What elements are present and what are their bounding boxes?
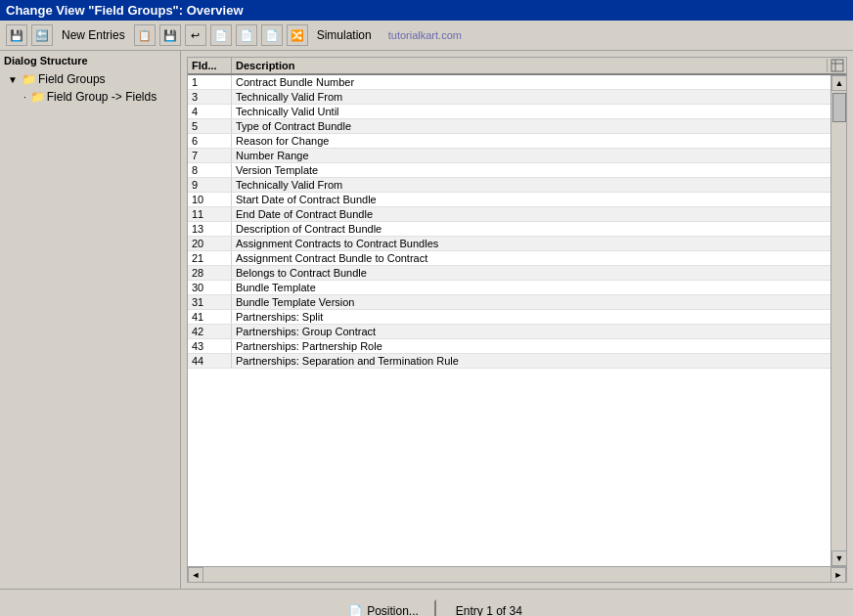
- cell-desc-7: Technically Valid From: [232, 178, 831, 192]
- cell-fld-7: 9: [188, 178, 232, 192]
- tree-child: · 📁 Field Group -> Fields: [4, 88, 176, 106]
- toolbar-btn-5[interactable]: ↩: [185, 24, 206, 46]
- cell-fld-18: 43: [188, 339, 232, 353]
- scroll-down-btn[interactable]: ▼: [831, 550, 846, 566]
- toolbar-btn-3[interactable]: 📋: [134, 24, 156, 46]
- cell-fld-14: 30: [188, 281, 232, 294]
- entry-info: Entry 1 of 34: [456, 604, 522, 616]
- cell-desc-5: Number Range: [232, 149, 831, 162]
- toolbar-btn-6[interactable]: 📄: [210, 24, 232, 46]
- vertical-scrollbar[interactable]: ▲ ▼: [831, 75, 846, 566]
- position-icon: 📄: [348, 604, 363, 616]
- dialog-structure-title: Dialog Structure: [4, 55, 176, 66]
- cell-fld-15: 31: [188, 295, 232, 309]
- cell-desc-19: Partnerships: Separation and Termination…: [232, 354, 831, 368]
- table-scroll-wrapper: 1Contract Bundle Number3Technically Vali…: [188, 75, 846, 566]
- cell-desc-1: Technically Valid From: [232, 90, 831, 104]
- table-row[interactable]: 44Partnerships: Separation and Terminati…: [188, 354, 831, 369]
- expand-arrow-icon: ▼: [8, 74, 18, 85]
- tree-label-field-groups: Field Groups: [38, 72, 106, 86]
- table-row[interactable]: 11End Date of Contract Bundle: [188, 207, 831, 222]
- cell-fld-16: 41: [188, 310, 232, 324]
- cell-fld-3: 5: [188, 119, 232, 133]
- scroll-right-btn[interactable]: ►: [831, 567, 846, 583]
- horizontal-scrollbar[interactable]: ◄ ►: [188, 566, 846, 582]
- cell-desc-14: Bundle Template: [232, 281, 831, 294]
- scroll-up-btn[interactable]: ▲: [831, 75, 846, 91]
- bottom-bar: 📄 Position... Entry 1 of 34: [0, 589, 853, 616]
- table-row[interactable]: 3Technically Valid From: [188, 90, 831, 105]
- cell-desc-4: Reason for Change: [232, 134, 831, 148]
- horiz-scroll-track[interactable]: [203, 567, 831, 583]
- cell-fld-8: 10: [188, 193, 232, 206]
- toolbar-btn-8[interactable]: 📄: [261, 24, 283, 46]
- cell-fld-6: 8: [188, 163, 232, 177]
- cell-desc-3: Type of Contract Bundle: [232, 119, 831, 133]
- table-row[interactable]: 13Description of Contract Bundle: [188, 222, 831, 237]
- scroll-thumb[interactable]: [832, 93, 846, 122]
- cell-desc-0: Contract Bundle Number: [232, 75, 831, 89]
- table-row[interactable]: 43Partnerships: Partnership Role: [188, 339, 831, 354]
- cell-fld-19: 44: [188, 354, 232, 368]
- table-row[interactable]: 31Bundle Template Version: [188, 295, 831, 310]
- table-row[interactable]: 10Start Date of Contract Bundle: [188, 193, 831, 207]
- cell-fld-1: 3: [188, 90, 232, 104]
- cell-fld-2: 4: [188, 105, 232, 118]
- toolbar-btn-4[interactable]: 💾: [159, 24, 181, 46]
- folder-icon-fields: 📁: [30, 90, 45, 104]
- table-area: Fld... Description 1Contract Bundl: [181, 51, 853, 589]
- dialog-structure-panel: Dialog Structure ▼ 📁 Field Groups · 📁 Fi…: [0, 51, 181, 589]
- simulation-button[interactable]: Simulation: [312, 25, 377, 45]
- scroll-left-btn[interactable]: ◄: [188, 567, 203, 583]
- cell-desc-10: Description of Contract Bundle: [232, 222, 831, 236]
- cell-desc-18: Partnerships: Partnership Role: [232, 339, 831, 353]
- toolbar-btn-1[interactable]: 💾: [6, 24, 27, 46]
- table-row[interactable]: 7Number Range: [188, 149, 831, 163]
- toolbar-btn-2[interactable]: 🔙: [31, 24, 53, 46]
- table-row[interactable]: 8Version Template: [188, 163, 831, 178]
- cell-desc-8: Start Date of Contract Bundle: [232, 193, 831, 206]
- new-entries-button[interactable]: New Entries: [57, 25, 130, 45]
- col-header-description: Description: [232, 58, 827, 73]
- col-header-fld: Fld...: [188, 58, 232, 73]
- data-table: Fld... Description 1Contract Bundl: [187, 57, 847, 583]
- cell-desc-15: Bundle Template Version: [232, 295, 831, 309]
- cell-desc-17: Partnerships: Group Contract: [232, 325, 831, 338]
- cell-fld-0: 1: [188, 75, 232, 89]
- svg-rect-0: [831, 60, 843, 71]
- cell-fld-9: 11: [188, 207, 232, 221]
- table-row[interactable]: 1Contract Bundle Number: [188, 75, 831, 90]
- cell-desc-11: Assignment Contracts to Contract Bundles: [232, 237, 831, 250]
- table-row[interactable]: 21Assignment Contract Bundle to Contract: [188, 251, 831, 266]
- main-content: Dialog Structure ▼ 📁 Field Groups · 📁 Fi…: [0, 51, 853, 589]
- toolbar: 💾 🔙 New Entries 📋 💾 ↩ 📄 📄 📄 🔀 Simulation…: [0, 21, 853, 51]
- table-row[interactable]: 5Type of Contract Bundle: [188, 119, 831, 134]
- column-settings-icon[interactable]: [827, 59, 846, 72]
- table-row[interactable]: 42Partnerships: Group Contract: [188, 325, 831, 339]
- table-row[interactable]: 20Assignment Contracts to Contract Bundl…: [188, 237, 831, 251]
- watermark: tutorialkart.com: [388, 29, 462, 41]
- cell-fld-13: 28: [188, 266, 232, 280]
- tree-item-field-groups[interactable]: ▼ 📁 Field Groups: [4, 70, 176, 88]
- cell-fld-17: 42: [188, 325, 232, 338]
- position-button[interactable]: 📄 Position...: [331, 599, 436, 616]
- cell-desc-12: Assignment Contract Bundle to Contract: [232, 251, 831, 265]
- cell-fld-4: 6: [188, 134, 232, 148]
- dot-icon: ·: [23, 92, 26, 103]
- table-header: Fld... Description: [188, 58, 846, 75]
- cell-desc-16: Partnerships: Split: [232, 310, 831, 324]
- toolbar-btn-9[interactable]: 🔀: [287, 24, 308, 46]
- table-row[interactable]: 6Reason for Change: [188, 134, 831, 149]
- tree-item-field-group-fields[interactable]: · 📁 Field Group -> Fields: [20, 88, 176, 106]
- table-row[interactable]: 4Technically Valid Until: [188, 105, 831, 119]
- table-row[interactable]: 9Technically Valid From: [188, 178, 831, 193]
- scroll-track[interactable]: [831, 91, 846, 550]
- toolbar-btn-7[interactable]: 📄: [236, 24, 257, 46]
- table-row[interactable]: 28Belongs to Contract Bundle: [188, 266, 831, 281]
- table-row[interactable]: 30Bundle Template: [188, 281, 831, 295]
- folder-icon-field-groups: 📁: [22, 72, 36, 86]
- cell-fld-10: 13: [188, 222, 232, 236]
- cell-fld-5: 7: [188, 149, 232, 162]
- table-row[interactable]: 41Partnerships: Split: [188, 310, 831, 325]
- table-body: 1Contract Bundle Number3Technically Vali…: [188, 75, 831, 566]
